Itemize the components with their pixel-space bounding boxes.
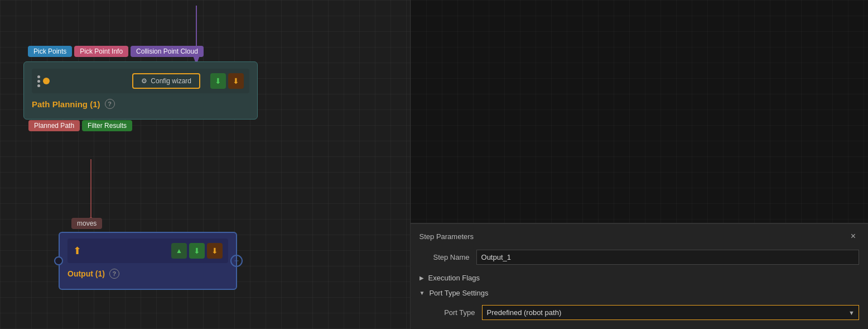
canvas-area: Pick Points Pick Point Info Collision Po… [0, 0, 410, 329]
port-type-label: Port Type [431, 308, 475, 317]
action-btn-down-green[interactable]: ⬇ [210, 73, 226, 89]
tag-collision-point-cloud[interactable]: Collision Point Cloud [131, 46, 204, 57]
output-icon: ⬆ [73, 245, 81, 257]
close-button[interactable]: × [847, 231, 859, 242]
dot-1 [37, 75, 40, 78]
execution-flags-arrow: ▶ [419, 275, 424, 281]
step-params-header: Step Parameters × [419, 231, 859, 242]
moves-tag: moves [71, 219, 102, 227]
port-left[interactable] [54, 256, 63, 265]
help-icon-output[interactable]: ? [109, 269, 119, 279]
path-planning-title: Path Planning (1) [32, 99, 100, 109]
output-toolbar: ⬆ ▲ ⬇ ⬇ [67, 239, 228, 263]
port-type-row: Port Type Predefined (robot path) Custom… [431, 305, 859, 320]
node-title-output: Output (1) ? [67, 269, 228, 279]
config-wizard-icon: ⚙ [141, 77, 147, 85]
input-tags: Pick Points Pick Point Info Collision Po… [28, 46, 204, 57]
port-type-select-wrapper: Predefined (robot path) Custom Auto ▼ [482, 305, 859, 320]
output-node: ＋ ⬆ ▲ ⬇ ⬇ Output (1) ? [59, 232, 237, 290]
step-name-input[interactable] [476, 250, 859, 265]
output-tags: Planned Path Filter Results [28, 120, 132, 131]
moves-label: moves [71, 218, 102, 229]
step-parameters-panel: Step Parameters × Step Name ▶ Execution … [411, 223, 868, 329]
execution-flags-label: Execution Flags [428, 274, 480, 282]
step-name-label: Step Name [419, 253, 470, 261]
output-action-buttons: ▲ ⬇ ⬇ [171, 243, 223, 259]
node-icon [37, 75, 50, 87]
path-planning-node: Pick Points Pick Point Info Collision Po… [23, 61, 258, 120]
output-title: Output (1) [67, 269, 105, 278]
config-wizard-label: Config wizard [151, 77, 191, 85]
port-right[interactable]: ＋ [230, 255, 243, 267]
execution-flags-section[interactable]: ▶ Execution Flags [419, 270, 859, 285]
tag-planned-path[interactable]: Planned Path [28, 120, 80, 131]
step-name-row: Step Name [419, 250, 859, 265]
node-body-output: ＋ ⬆ ▲ ⬇ ⬇ Output (1) ? [59, 232, 237, 290]
dot-3 [37, 84, 40, 87]
node-toolbar: ⚙ Config wizard ⬇ ⬇ [32, 69, 249, 93]
port-type-select[interactable]: Predefined (robot path) Custom Auto [482, 305, 859, 320]
tag-pick-points[interactable]: Pick Points [28, 46, 72, 57]
right-panel: Step Parameters × Step Name ▶ Execution … [411, 0, 868, 329]
port-type-settings-section[interactable]: ▼ Port Type Settings [419, 285, 859, 301]
dot-yellow [43, 78, 50, 84]
output-action-down-green[interactable]: ⬇ [189, 243, 205, 259]
node-body-planning: ⚙ Config wizard ⬇ ⬇ Path Planning (1) ? … [23, 61, 258, 120]
tag-filter-results[interactable]: Filter Results [82, 120, 132, 131]
node-title-planning: Path Planning (1) ? [32, 99, 249, 109]
step-params-title: Step Parameters [419, 232, 474, 241]
help-icon-planning[interactable]: ? [105, 99, 115, 109]
action-buttons: ⬇ ⬇ [210, 73, 244, 89]
port-type-arrow: ▼ [419, 290, 425, 296]
action-btn-down-orange[interactable]: ⬇ [228, 73, 244, 89]
tag-pick-point-info[interactable]: Pick Point Info [74, 46, 128, 57]
config-wizard-button[interactable]: ⚙ Config wizard [132, 73, 200, 89]
port-type-settings-label: Port Type Settings [429, 289, 488, 297]
dot-2 [37, 80, 40, 83]
right-panel-preview [411, 0, 868, 223]
output-action-up[interactable]: ▲ [171, 243, 187, 259]
output-action-down-orange[interactable]: ⬇ [207, 243, 223, 259]
dot-group [37, 75, 40, 87]
